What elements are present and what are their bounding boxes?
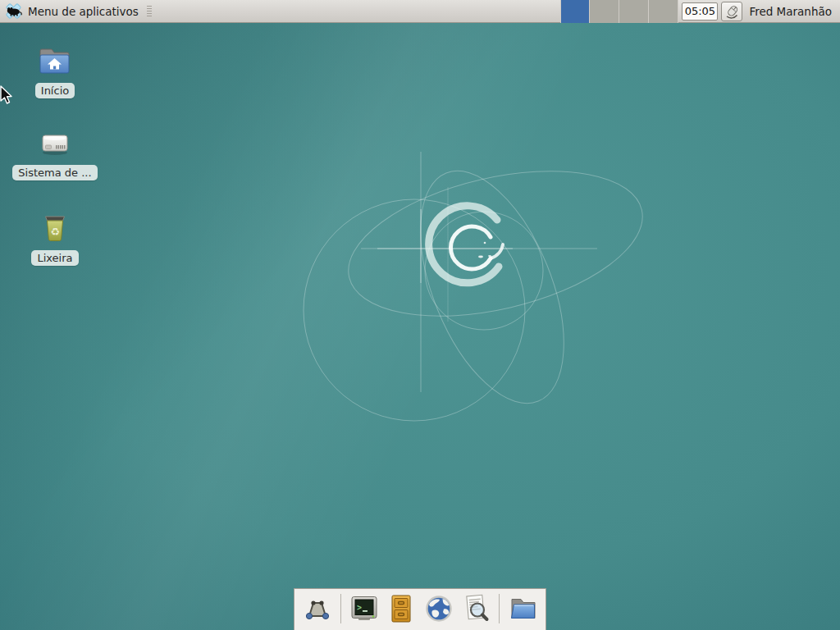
dock-separator	[340, 594, 341, 623]
debian-swirl-wallpaper	[0, 0, 840, 630]
terminal-icon: >	[348, 592, 381, 625]
home-folder-icon	[37, 46, 73, 77]
desktop: Menu de aplicativos 05:05	[0, 0, 840, 630]
desktop-icon-label: Início	[35, 83, 75, 98]
desktop-icon-home[interactable]: Início	[10, 46, 100, 98]
workspace-switcher	[560, 0, 678, 23]
file-cabinet-icon	[385, 592, 418, 625]
folder-launcher[interactable]	[506, 592, 539, 626]
show-desktop-button[interactable]	[301, 592, 334, 626]
file-search-launcher[interactable]	[459, 592, 492, 626]
top-panel: Menu de aplicativos 05:05	[0, 0, 840, 23]
workspace-1[interactable]	[560, 0, 590, 23]
clock[interactable]: 05:05	[682, 2, 718, 21]
file-manager-launcher[interactable]	[385, 592, 418, 626]
applications-menu-label: Menu de aplicativos	[28, 5, 139, 18]
panel-grip-handle[interactable]	[147, 6, 152, 16]
desktop-icon-label: Sistema de ...	[12, 165, 97, 180]
panel-right-cluster: 05:05 Fred Maranhão	[560, 0, 840, 22]
workspace-2[interactable]	[590, 0, 619, 23]
dock: >	[294, 588, 546, 630]
search-document-icon	[459, 592, 492, 625]
user-action-button[interactable]	[721, 2, 742, 21]
mouse-cursor	[0, 84, 16, 106]
workspace-4[interactable]	[649, 0, 678, 23]
desktop-icon-trash[interactable]: ♻ Lixeira	[10, 213, 100, 266]
applications-menu-button[interactable]: Menu de aplicativos	[0, 0, 157, 22]
folder-icon	[506, 592, 539, 625]
hard-drive-icon	[37, 130, 73, 159]
mouse-device-icon	[724, 3, 740, 20]
dock-separator	[499, 594, 500, 623]
xfce-logo-icon	[4, 2, 23, 21]
workspace-3[interactable]	[619, 0, 649, 23]
svg-text:♻: ♻	[50, 226, 60, 238]
svg-text:>: >	[357, 603, 362, 612]
desktop-icon-filesystem[interactable]: Sistema de ...	[10, 130, 100, 180]
desktop-icon-label: Lixeira	[31, 250, 78, 266]
web-browser-launcher[interactable]	[422, 592, 455, 626]
trash-bin-icon: ♻	[37, 213, 73, 244]
show-desktop-icon	[301, 592, 334, 625]
username: Fred Maranhão	[749, 5, 832, 18]
terminal-launcher[interactable]: >	[348, 592, 381, 626]
globe-icon	[422, 592, 455, 625]
